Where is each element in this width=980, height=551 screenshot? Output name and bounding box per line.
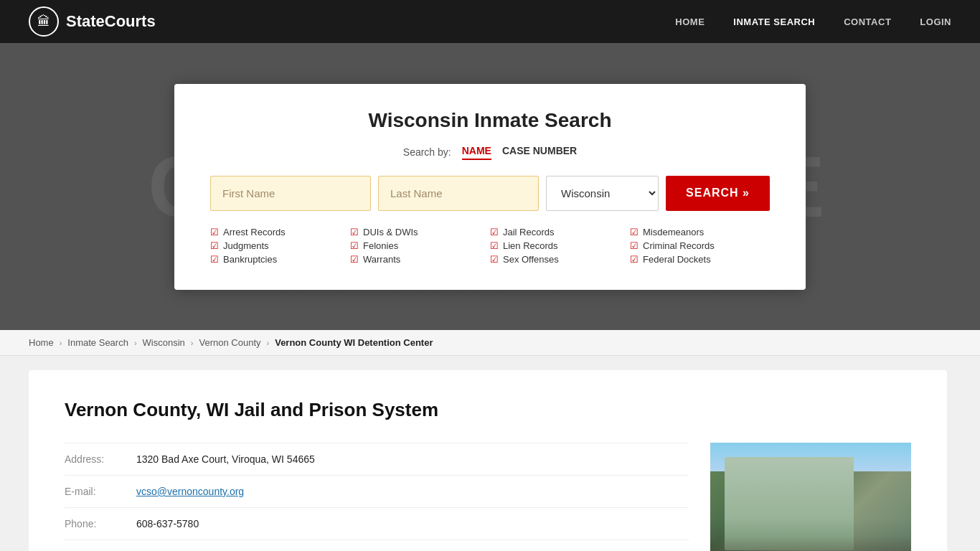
nav: HOME INMATE SEARCH CONTACT LOGIN — [675, 17, 951, 27]
search-inputs-row: Wisconsin SEARCH » — [210, 176, 770, 211]
nav-login[interactable]: LOGIN — [920, 17, 951, 27]
phone-row: Phone: 608-637-5780 — [65, 507, 689, 540]
facility-title: Vernon County, WI Jail and Prison System — [65, 399, 911, 421]
feature-item: ☑Arrest Records — [210, 227, 350, 237]
breadcrumb-sep-3: › — [191, 339, 194, 347]
breadcrumb-sep-4: › — [267, 339, 270, 347]
phone-label: Phone: — [65, 518, 136, 529]
check-icon: ☑ — [210, 227, 219, 237]
feature-item: ☑Judgments — [210, 240, 350, 251]
feature-item: ☑Warrants — [350, 254, 490, 265]
feature-item: ☑Jail Records — [490, 227, 630, 237]
feature-item: ☑Lien Records — [490, 240, 630, 251]
breadcrumb-inmate-search[interactable]: Inmate Search — [67, 337, 128, 348]
logo[interactable]: 🏛 StateCourts — [29, 6, 156, 37]
check-icon: ☑ — [490, 254, 499, 265]
fax-row: Fax: 608-638-5785 — [65, 540, 689, 551]
logo-text: StateCourts — [66, 12, 156, 31]
breadcrumb-county[interactable]: Vernon County — [199, 337, 261, 348]
check-icon: ☑ — [210, 240, 219, 251]
first-name-input[interactable] — [210, 176, 371, 211]
email-row: E-mail: vcso@vernoncounty.org — [65, 475, 689, 507]
feature-label: Jail Records — [503, 227, 555, 237]
content-card: Vernon County, WI Jail and Prison System… — [29, 370, 947, 551]
facility-info: Address: 1320 Bad Axe Court, Viroqua, WI… — [65, 443, 689, 551]
feature-label: Lien Records — [503, 240, 558, 251]
features-grid: ☑Arrest Records☑DUIs & DWIs☑Jail Records… — [210, 227, 770, 265]
check-icon: ☑ — [350, 227, 359, 237]
feature-item: ☑Criminal Records — [630, 240, 770, 251]
feature-item: ☑Felonies — [350, 240, 490, 251]
feature-label: Bankruptcies — [223, 254, 277, 265]
breadcrumb-home[interactable]: Home — [29, 337, 54, 348]
check-icon: ☑ — [210, 254, 219, 265]
phone-value: 608-637-5780 — [136, 518, 199, 529]
nav-home[interactable]: HOME — [675, 17, 705, 27]
check-icon: ☑ — [350, 240, 359, 251]
address-value: 1320 Bad Axe Court, Viroqua, WI 54665 — [136, 453, 315, 465]
search-by-label: Search by: — [403, 146, 451, 158]
header: 🏛 StateCourts HOME INMATE SEARCH CONTACT… — [0, 0, 980, 43]
breadcrumb-current: Vernon County WI Detention Center — [275, 337, 433, 348]
feature-label: Warrants — [363, 254, 400, 265]
feature-label: Judgments — [223, 240, 269, 251]
feature-item: ☑Bankruptcies — [210, 254, 350, 265]
logo-icon: 🏛 — [29, 6, 59, 37]
search-button[interactable]: SEARCH » — [666, 176, 770, 211]
hero-section: COURTHOUSE Wisconsin Inmate Search Searc… — [0, 43, 980, 330]
address-row: Address: 1320 Bad Axe Court, Viroqua, WI… — [65, 443, 689, 475]
facility-image-overlay — [710, 443, 911, 551]
search-card: Wisconsin Inmate Search Search by: NAME … — [174, 84, 806, 290]
address-label: Address: — [65, 453, 136, 465]
check-icon: ☑ — [490, 227, 499, 237]
state-select[interactable]: Wisconsin — [546, 176, 659, 211]
feature-item: ☑Misdemeanors — [630, 227, 770, 237]
feature-item: ☑Federal Dockets — [630, 254, 770, 265]
nav-contact[interactable]: CONTACT — [844, 17, 891, 27]
content-section: Vernon County, WI Jail and Prison System… — [0, 356, 980, 551]
content-layout: Address: 1320 Bad Axe Court, Viroqua, WI… — [65, 443, 911, 551]
feature-label: Criminal Records — [643, 240, 715, 251]
check-icon: ☑ — [350, 254, 359, 265]
breadcrumb-sep-2: › — [134, 339, 137, 347]
check-icon: ☑ — [630, 240, 639, 251]
feature-item: ☑Sex Offenses — [490, 254, 630, 265]
check-icon: ☑ — [490, 240, 499, 251]
breadcrumb: Home › Inmate Search › Wisconsin › Verno… — [0, 330, 980, 356]
search-by-row: Search by: NAME CASE NUMBER — [210, 145, 770, 160]
email-link[interactable]: vcso@vernoncounty.org — [136, 486, 244, 497]
feature-label: Sex Offenses — [503, 254, 559, 265]
breadcrumb-state[interactable]: Wisconsin — [143, 337, 185, 348]
breadcrumb-sep-1: › — [60, 339, 62, 347]
feature-label: Misdemeanors — [643, 227, 704, 237]
email-label: E-mail: — [65, 486, 136, 497]
feature-label: Felonies — [363, 240, 398, 251]
feature-label: Federal Dockets — [643, 254, 711, 265]
tab-case-number[interactable]: CASE NUMBER — [502, 145, 577, 160]
tab-name[interactable]: NAME — [462, 145, 491, 160]
feature-item: ☑DUIs & DWIs — [350, 227, 490, 237]
facility-image: VERNON COUNTY SHERIFF'S OFFICE & DETENTI… — [710, 443, 911, 551]
feature-label: Arrest Records — [223, 227, 286, 237]
nav-inmate-search[interactable]: INMATE SEARCH — [733, 17, 815, 27]
feature-label: DUIs & DWIs — [363, 227, 418, 237]
last-name-input[interactable] — [378, 176, 539, 211]
check-icon: ☑ — [630, 254, 639, 265]
check-icon: ☑ — [630, 227, 639, 237]
search-card-title: Wisconsin Inmate Search — [210, 109, 770, 132]
